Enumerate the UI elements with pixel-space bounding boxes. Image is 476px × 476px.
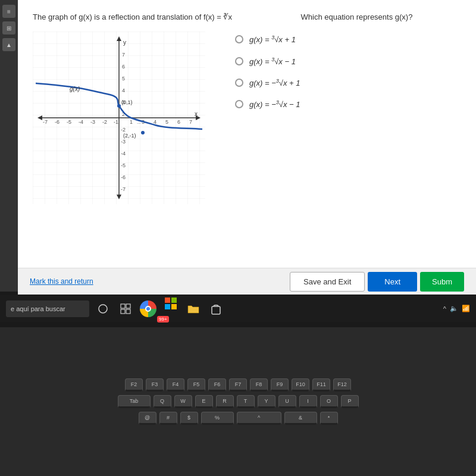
svg-text:y: y <box>123 39 126 46</box>
choice-d-text: g(x) = −3√x − 1 <box>249 99 300 109</box>
key-ampersand[interactable]: & <box>284 412 317 425</box>
key-y[interactable]: Y <box>258 395 275 408</box>
key-f10[interactable]: F10 <box>292 378 309 392</box>
key-asterisk[interactable]: * <box>320 412 338 425</box>
svg-text:6: 6 <box>122 64 125 70</box>
choice-b[interactable]: g(x) = 3√x − 1 <box>235 57 461 66</box>
key-f6[interactable]: F6 <box>208 378 226 392</box>
radio-c[interactable] <box>235 79 243 87</box>
radio-a[interactable] <box>235 35 243 43</box>
key-at[interactable]: @ <box>139 412 156 425</box>
key-percent[interactable]: % <box>201 412 234 425</box>
mark-return-link[interactable]: Mark this and return <box>30 277 93 286</box>
key-t[interactable]: T <box>237 395 255 408</box>
graph-svg: 7 6 5 4 3 2 -2 -3 -4 -5 -6 -7 y x -7 <box>33 32 205 204</box>
svg-text:-4: -4 <box>121 151 126 156</box>
svg-text:-2: -2 <box>121 127 126 133</box>
svg-rect-49 <box>212 306 220 314</box>
key-f4[interactable]: F4 <box>167 378 184 392</box>
svg-rect-48 <box>171 304 177 309</box>
key-f8[interactable]: F8 <box>250 378 268 392</box>
key-w[interactable]: W <box>174 395 192 408</box>
key-f2[interactable]: F2 <box>125 378 143 392</box>
search-bar[interactable]: e aquí para buscar <box>6 300 89 317</box>
number-row: Tab Q W E R T Y U I O P <box>118 395 359 408</box>
svg-text:-1: -1 <box>114 119 118 125</box>
symbol-row: @ # $ % ^ & * <box>139 412 338 425</box>
svg-rect-46 <box>171 298 177 303</box>
key-i[interactable]: I <box>299 395 317 408</box>
radio-b[interactable] <box>235 57 243 65</box>
svg-text:-5: -5 <box>121 162 126 168</box>
svg-text:-3: -3 <box>90 119 95 125</box>
svg-text:g(x): g(x) <box>70 86 80 92</box>
system-tray-caret[interactable]: ^ <box>443 305 446 312</box>
key-e[interactable]: E <box>195 395 213 408</box>
svg-rect-47 <box>165 304 170 309</box>
svg-text:-2: -2 <box>102 119 107 125</box>
key-f3[interactable]: F3 <box>146 378 164 392</box>
svg-rect-45 <box>165 298 170 303</box>
network-icon[interactable]: 📶 <box>462 305 470 312</box>
svg-text:(0,1): (0,1) <box>121 99 133 105</box>
svg-rect-43 <box>121 309 125 314</box>
key-p[interactable]: P <box>341 395 359 408</box>
key-dollar[interactable]: $ <box>180 412 198 425</box>
bottom-bar: Mark this and return Save and Exit Next … <box>18 268 476 295</box>
next-button[interactable]: Next <box>368 272 417 292</box>
choice-c[interactable]: g(x) = −3√x + 1 <box>235 78 461 87</box>
question-prompt: Which equation represents g(x)? <box>301 12 413 21</box>
chrome-taskbar-icon[interactable] <box>139 300 157 318</box>
choice-a-text: g(x) = 3√x + 1 <box>249 35 296 44</box>
menu-icon[interactable]: ≡ <box>2 5 15 18</box>
side-panel: ≡ ⊞ ▲ <box>0 0 18 292</box>
choice-b-text: g(x) = 3√x − 1 <box>249 57 296 66</box>
svg-text:1: 1 <box>130 119 133 125</box>
nav-up-icon[interactable]: ▲ <box>2 38 15 51</box>
svg-rect-42 <box>126 304 130 308</box>
graph-container: 7 6 5 4 3 2 -2 -3 -4 -5 -6 -7 y x -7 <box>33 32 217 206</box>
svg-text:5: 5 <box>122 76 125 82</box>
key-f12[interactable]: F12 <box>333 378 351 392</box>
search-text: e aquí para buscar <box>11 305 65 312</box>
svg-text:-5: -5 <box>67 119 71 125</box>
speaker-icon[interactable]: 🔈 <box>450 305 458 312</box>
svg-text:x: x <box>195 111 198 117</box>
svg-text:7: 7 <box>122 52 125 58</box>
key-f5[interactable]: F5 <box>187 378 205 392</box>
key-u[interactable]: U <box>278 395 296 408</box>
svg-text:7: 7 <box>189 119 192 125</box>
svg-text:-6: -6 <box>55 119 60 125</box>
taskview-icon[interactable] <box>117 300 134 318</box>
question-body: 7 6 5 4 3 2 -2 -3 -4 -5 -6 -7 y x -7 <box>33 32 461 206</box>
key-hash[interactable]: # <box>159 412 177 425</box>
key-o[interactable]: O <box>320 395 338 408</box>
bag-icon[interactable] <box>207 300 225 318</box>
key-r[interactable]: R <box>216 395 234 408</box>
submit-button[interactable]: Subm <box>420 272 464 292</box>
key-q[interactable]: Q <box>154 395 171 408</box>
key-caret[interactable]: ^ <box>237 412 281 425</box>
save-exit-button[interactable]: Save and Exit <box>290 272 365 292</box>
question-description: The graph of g(x) is a reflection and tr… <box>33 12 461 23</box>
svg-text:-3: -3 <box>121 139 126 145</box>
svg-point-38 <box>141 131 145 134</box>
store-icon[interactable] <box>162 295 180 312</box>
key-f7[interactable]: F7 <box>229 378 247 392</box>
svg-text:(2,-1): (2,-1) <box>123 133 136 139</box>
svg-text:-7: -7 <box>121 186 126 192</box>
svg-text:-6: -6 <box>121 174 126 180</box>
circle-icon[interactable] <box>94 300 112 318</box>
key-f11[interactable]: F11 <box>312 378 330 392</box>
svg-text:5: 5 <box>165 119 168 125</box>
key-tab[interactable]: Tab <box>118 395 151 408</box>
calc-icon[interactable]: ⊞ <box>2 21 15 35</box>
keyboard-area: F2 F3 F4 F5 F6 F7 F8 F9 F10 F11 F12 Tab … <box>0 327 476 476</box>
function-key-row: F2 F3 F4 F5 F6 F7 F8 F9 F10 F11 F12 <box>125 378 351 392</box>
key-f9[interactable]: F9 <box>271 378 289 392</box>
choice-d[interactable]: g(x) = −3√x − 1 <box>235 99 461 109</box>
folder-icon[interactable] <box>184 300 202 318</box>
choice-c-text: g(x) = −3√x + 1 <box>249 78 300 87</box>
choice-a[interactable]: g(x) = 3√x + 1 <box>235 35 461 44</box>
radio-d[interactable] <box>235 100 243 108</box>
